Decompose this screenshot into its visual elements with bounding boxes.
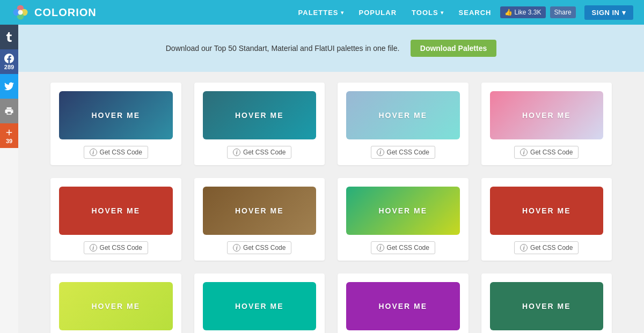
facebook-icon [4, 54, 14, 63]
sidebar-addthis[interactable]: 39 [0, 123, 18, 148]
info-icon: i [90, 149, 97, 156]
palette-preview[interactable]: HOVER ME [490, 91, 604, 139]
palette-hover-label: HOVER ME [378, 206, 427, 215]
palette-preview[interactable]: HOVER ME [346, 282, 460, 330]
info-icon: i [233, 149, 240, 156]
promo-banner: Download our Top 50 Standart, Material a… [18, 25, 644, 72]
palette-preview[interactable]: HOVER ME [346, 187, 460, 235]
svg-point-4 [18, 10, 23, 15]
sidebar-print[interactable] [0, 99, 18, 123]
info-icon: i [377, 149, 384, 156]
signin-dropdown-icon: ▾ [622, 9, 626, 17]
palette-hover-label: HOVER ME [91, 302, 140, 310]
palette-hover-label: HOVER ME [378, 302, 427, 310]
twitter-icon [4, 82, 14, 91]
palette-preview[interactable]: HOVER ME [346, 91, 460, 139]
palette-preview[interactable]: HOVER ME [203, 91, 317, 139]
main-content: HOVER MEiGet CSS CodeHOVER MEiGet CSS Co… [18, 72, 644, 333]
palette-card: HOVER MEiGet CSS Code [194, 178, 325, 261]
banner-text: Download our Top 50 Standart, Material a… [166, 44, 400, 53]
palette-hover-label: HOVER ME [91, 111, 140, 120]
palette-card: HOVER MEiGet CSS Code [338, 83, 469, 165]
tools-dropdown-icon: ▾ [441, 10, 444, 16]
palette-hover-label: HOVER ME [378, 111, 427, 120]
palette-hover-label: HOVER ME [522, 111, 571, 120]
palette-card: HOVER MEiGet CSS Code [50, 273, 181, 333]
get-css-code-button[interactable]: iGet CSS Code [84, 146, 148, 159]
palette-card: HOVER MEiGet CSS Code [50, 83, 181, 165]
logo-icon [11, 3, 30, 22]
sign-in-button[interactable]: SIGN IN ▾ [584, 5, 633, 20]
get-css-code-button[interactable]: iGet CSS Code [514, 241, 579, 254]
nav-palettes[interactable]: PALETTES ▾ [292, 0, 350, 25]
palette-grid: HOVER MEiGet CSS CodeHOVER MEiGet CSS Co… [50, 83, 612, 333]
palette-card: HOVER MEiGet CSS Code [481, 178, 612, 261]
plus-icon [4, 128, 14, 137]
fb-like-button[interactable]: 👍 Like 3.3K [500, 6, 546, 18]
nav-popular[interactable]: POPULAR [353, 0, 404, 25]
info-icon: i [520, 244, 528, 251]
palette-hover-label: HOVER ME [91, 206, 140, 215]
palette-card: HOVER MEiGet CSS Code [481, 273, 612, 333]
navbar: COLORION PALETTES ▾ POPULAR TOOLS ▾ SEAR… [0, 0, 644, 25]
palette-hover-label: HOVER ME [235, 206, 284, 215]
nav-links: PALETTES ▾ POPULAR TOOLS ▾ SEARCH 👍 Like… [292, 0, 633, 25]
palettes-dropdown-icon: ▾ [341, 10, 344, 16]
thumbs-up-icon: 👍 [504, 9, 513, 16]
info-icon: i [90, 244, 97, 251]
palette-card: HOVER MEiGet CSS Code [50, 178, 181, 261]
palette-card: HOVER MEiGet CSS Code [194, 273, 325, 333]
get-css-code-button[interactable]: iGet CSS Code [371, 241, 435, 254]
palette-card: HOVER MEiGet CSS Code [194, 83, 325, 165]
palette-preview[interactable]: HOVER ME [59, 91, 173, 139]
print-icon [4, 106, 14, 116]
brand: COLORION [11, 3, 97, 22]
get-css-code-button[interactable]: iGet CSS Code [84, 241, 148, 254]
sidebar-tumblr[interactable] [0, 25, 18, 49]
palette-hover-label: HOVER ME [522, 302, 571, 310]
tumblr-icon [4, 32, 14, 42]
download-palettes-button[interactable]: Download Palettes [411, 40, 496, 57]
info-icon: i [377, 244, 384, 251]
share-button[interactable]: Share [550, 6, 576, 18]
palette-preview[interactable]: HOVER ME [203, 187, 317, 235]
palette-hover-label: HOVER ME [235, 302, 284, 310]
info-icon: i [520, 149, 528, 156]
palette-preview[interactable]: HOVER ME [203, 282, 317, 330]
get-css-code-button[interactable]: iGet CSS Code [227, 146, 291, 159]
palette-card: HOVER MEiGet CSS Code [481, 83, 612, 165]
get-css-code-button[interactable]: iGet CSS Code [514, 146, 579, 159]
palette-hover-label: HOVER ME [522, 206, 571, 215]
brand-title: COLORION [34, 6, 97, 19]
get-css-code-button[interactable]: iGet CSS Code [371, 146, 435, 159]
palette-preview[interactable]: HOVER ME [59, 187, 173, 235]
palette-hover-label: HOVER ME [235, 111, 284, 120]
palette-preview[interactable]: HOVER ME [490, 282, 604, 330]
sidebar-facebook[interactable]: 289 [0, 49, 18, 74]
nav-tools[interactable]: TOOLS ▾ [405, 0, 450, 25]
get-css-code-button[interactable]: iGet CSS Code [227, 241, 291, 254]
palette-card: HOVER MEiGet CSS Code [338, 273, 469, 333]
palette-card: HOVER MEiGet CSS Code [338, 178, 469, 261]
sidebar-twitter[interactable] [0, 74, 18, 99]
palette-preview[interactable]: HOVER ME [490, 187, 604, 235]
info-icon: i [233, 244, 240, 251]
social-sidebar: 289 39 [0, 25, 18, 148]
palette-preview[interactable]: HOVER ME [59, 282, 173, 330]
nav-search[interactable]: SEARCH [452, 0, 498, 25]
